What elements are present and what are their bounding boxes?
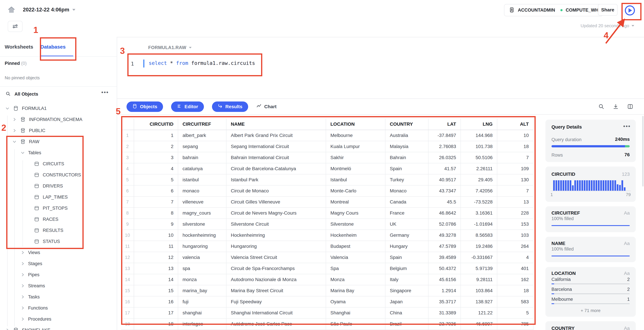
home-button[interactable] bbox=[7, 5, 16, 15]
cell-lng[interactable]: 19.2486 bbox=[460, 241, 497, 252]
cell-name[interactable]: Marina Bay Street Circuit bbox=[226, 285, 326, 296]
tree-item-lap_times[interactable]: LAP_TIMES bbox=[0, 191, 117, 203]
editor-button[interactable]: Editor bbox=[171, 102, 204, 112]
cell-lat[interactable]: -37.8497 bbox=[428, 130, 460, 141]
cell-circuitid[interactable]: 15 bbox=[134, 285, 178, 296]
chevron-right-icon[interactable] bbox=[20, 261, 25, 266]
cell-alt[interactable]: 401 bbox=[497, 263, 533, 274]
cell-circuitref[interactable]: spa bbox=[178, 263, 226, 274]
cell-alt[interactable]: 7 bbox=[497, 185, 533, 196]
search-results-button[interactable] bbox=[598, 103, 605, 110]
cell-circuitref[interactable]: bahrain bbox=[178, 152, 226, 163]
cell-name[interactable]: Circuit Gilles Villeneuve bbox=[226, 196, 326, 207]
tree-item-tables[interactable]: Tables bbox=[0, 147, 117, 158]
table-row[interactable]: 1616fujiFuji SpeedwayOyamaJapan35.371713… bbox=[121, 296, 533, 307]
tree-item-pit_stops[interactable]: PIT_STOPS bbox=[0, 203, 117, 214]
cell-location[interactable]: Kuala Lumpur bbox=[326, 141, 385, 152]
cell-location[interactable]: Montreal bbox=[326, 196, 385, 207]
cell-name[interactable]: Valencia Street Circuit bbox=[226, 252, 326, 263]
cell-lng[interactable]: 138.927 bbox=[460, 296, 497, 307]
cell-country[interactable]: China bbox=[385, 307, 428, 319]
tree-item-information_schema[interactable]: INFORMATION_SCHEMA bbox=[0, 114, 117, 125]
cell-name[interactable]: Sepang International Circuit bbox=[226, 141, 326, 152]
cell-alt[interactable]: 109 bbox=[497, 163, 533, 174]
object-menu-button[interactable]: ••• bbox=[101, 89, 109, 95]
chevron-right-icon[interactable] bbox=[20, 317, 25, 322]
cell-country[interactable]: Belgium bbox=[385, 263, 428, 274]
cell-circuitref[interactable]: fuji bbox=[178, 296, 226, 307]
panel-scrollbar[interactable] bbox=[642, 116, 644, 186]
table-row[interactable]: 55istanbulIstanbul ParkIstanbulTurkey40.… bbox=[121, 174, 533, 185]
tree-item-stages[interactable]: Stages bbox=[0, 258, 117, 269]
cell-name[interactable]: Circuit de Nevers Magny-Cours bbox=[226, 207, 326, 219]
cell-circuitref[interactable]: hungaroring bbox=[178, 241, 226, 252]
cell-circuitref[interactable]: villeneuve bbox=[178, 196, 226, 207]
cell-alt[interactable]: 130 bbox=[497, 174, 533, 185]
cell-country[interactable]: UK bbox=[385, 219, 428, 230]
column-header-circuitref[interactable]: CIRCUITREF bbox=[178, 119, 226, 130]
cell-lng[interactable]: 144.968 bbox=[460, 130, 497, 141]
cell-name[interactable]: Fuji Speedway bbox=[226, 296, 326, 307]
cell-country[interactable]: Spain bbox=[385, 163, 428, 174]
chevron-down-icon[interactable] bbox=[5, 106, 10, 111]
tree-item-tasks[interactable]: Tasks bbox=[0, 291, 117, 303]
cell-alt[interactable]: 103 bbox=[497, 230, 533, 241]
cell-alt[interactable]: 162 bbox=[497, 274, 533, 285]
table-row[interactable]: 1010hockenheimringHockenheimringHockenhe… bbox=[121, 230, 533, 241]
cell-lat[interactable]: 1.2914 bbox=[428, 285, 460, 296]
cell-location[interactable]: Magny Cours bbox=[326, 207, 385, 219]
tree-item-results[interactable]: RESULTS bbox=[0, 225, 117, 236]
chevron-down-icon[interactable] bbox=[20, 150, 25, 155]
cell-lng[interactable]: 7.42056 bbox=[460, 185, 497, 196]
cell-circuitref[interactable]: magny_cours bbox=[178, 207, 226, 219]
cell-name[interactable]: Shanghai International Circuit bbox=[226, 307, 326, 319]
column-header-circuitid[interactable]: CIRCUITID bbox=[134, 119, 178, 130]
cell-location[interactable]: Shanghai bbox=[326, 307, 385, 319]
cell-lng[interactable]: -1.01694 bbox=[460, 219, 497, 230]
tree-item-drivers[interactable]: DRIVERS bbox=[0, 180, 117, 191]
cell-location[interactable]: Hockenheim bbox=[326, 230, 385, 241]
cell-location[interactable]: São Paulo bbox=[326, 319, 385, 330]
chevron-right-icon[interactable] bbox=[5, 328, 10, 330]
chevron-right-icon[interactable] bbox=[20, 284, 25, 288]
cell-lng[interactable]: -0.331667 bbox=[460, 252, 497, 263]
cell-alt[interactable]: 153 bbox=[497, 219, 533, 230]
cell-alt[interactable]: 18 bbox=[497, 141, 533, 152]
table-row[interactable]: 11albert_parkAlbert Park Grand Prix Circ… bbox=[121, 130, 533, 141]
cell-lng[interactable]: 29.405 bbox=[460, 174, 497, 185]
cell-lat[interactable]: 41.57 bbox=[428, 163, 460, 174]
cell-lng[interactable]: 5.97139 bbox=[460, 263, 497, 274]
session-context-pill[interactable]: ACCOUNTADMIN COMPUTE_WH bbox=[504, 4, 603, 16]
cell-circuitid[interactable]: 10 bbox=[134, 230, 178, 241]
cell-location[interactable]: Melbourne bbox=[326, 130, 385, 141]
table-row[interactable]: 1515marina_bayMarina Bay Street CircuitM… bbox=[121, 285, 533, 296]
filters-button[interactable] bbox=[8, 21, 22, 32]
cell-circuitref[interactable]: monaco bbox=[178, 185, 226, 196]
cell-lat[interactable]: 52.0786 bbox=[428, 219, 460, 230]
table-row[interactable]: 33bahrainBahrain International CircuitSa… bbox=[121, 152, 533, 163]
cell-lat[interactable]: 40.9517 bbox=[428, 174, 460, 185]
tree-item-constructors[interactable]: CONSTRUCTORS bbox=[0, 169, 117, 180]
cell-lat[interactable]: 39.4589 bbox=[428, 252, 460, 263]
cell-circuitref[interactable]: sepang bbox=[178, 141, 226, 152]
cell-alt[interactable]: 228 bbox=[497, 207, 533, 219]
column-header-country[interactable]: COUNTRY bbox=[385, 119, 428, 130]
tab-worksheets[interactable]: Worksheets bbox=[5, 44, 33, 50]
cell-lat[interactable]: 35.3717 bbox=[428, 296, 460, 307]
cell-alt[interactable]: 10 bbox=[497, 130, 533, 141]
tree-item-formula1[interactable]: FORMULA1 bbox=[0, 103, 117, 114]
cell-name[interactable]: Hungaroring bbox=[226, 241, 326, 252]
cell-country[interactable]: Brazil bbox=[385, 319, 428, 330]
cell-circuitref[interactable]: istanbul bbox=[178, 174, 226, 185]
cell-location[interactable]: Budapest bbox=[326, 241, 385, 252]
cell-lng[interactable]: 101.738 bbox=[460, 141, 497, 152]
cell-country[interactable]: Australia bbox=[385, 130, 428, 141]
table-row[interactable]: 1313spaCircuit de Spa-FrancorchampsSpaBe… bbox=[121, 263, 533, 274]
column-header-lat[interactable]: LAT bbox=[428, 119, 460, 130]
cell-circuitid[interactable]: 5 bbox=[134, 174, 178, 185]
cell-circuitref[interactable]: marina_bay bbox=[178, 285, 226, 296]
cell-lat[interactable]: 2.76083 bbox=[428, 141, 460, 152]
tree-item-streams[interactable]: Streams bbox=[0, 280, 117, 291]
cell-lat[interactable]: 45.5 bbox=[428, 196, 460, 207]
tree-item-circuits[interactable]: CIRCUITS bbox=[0, 158, 117, 169]
